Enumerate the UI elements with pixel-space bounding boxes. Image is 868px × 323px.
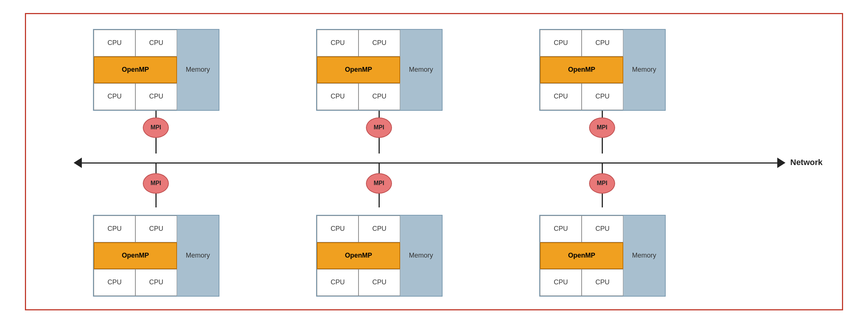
cpu-tr-4: CPU [135,216,177,242]
cpu-br-6: CPU [582,269,623,296]
openmp-4: OpenMP [94,242,177,269]
openmp-5: OpenMP [317,242,400,269]
mpi-bot-right: MPI [589,173,615,194]
cpu-bl-5: CPU [317,269,359,296]
cpu-bl-3: CPU [540,83,582,110]
mpi-bot-left: MPI [143,173,169,194]
network-arrow-right [777,158,785,168]
cpu-br-4: CPU [135,269,177,296]
cpu-tl-6: CPU [540,216,582,242]
memory-4: Memory [177,216,219,296]
cpu-tr-5: CPU [359,216,400,242]
cpu-tl-4: CPU [94,216,135,242]
memory-1: Memory [177,30,219,110]
node-bot-right: CPU CPU OpenMP Memory CPU CPU [539,215,666,297]
openmp-6: OpenMP [540,242,623,269]
cpu-tl-3: CPU [540,30,582,56]
cpu-tl-5: CPU [317,216,359,242]
mpi-bot-mid: MPI [366,173,392,194]
node-top-left: CPU CPU OpenMP Memory CPU CPU [93,29,219,111]
cpu-br-1: CPU [135,83,177,110]
node-bot-mid: CPU CPU OpenMP Memory CPU CPU [316,215,443,297]
network-label: Network [790,158,823,167]
cpu-bl-1: CPU [94,83,135,110]
cpu-br-3: CPU [582,83,623,110]
cpu-tl-1: CPU [94,30,135,56]
openmp-1: OpenMP [94,56,177,83]
diagram-inner: CPU CPU OpenMP Memory CPU CPU CPU CPU Op… [26,14,842,309]
openmp-2: OpenMP [317,56,400,83]
cpu-bl-2: CPU [317,83,359,110]
cpu-bl-4: CPU [94,269,135,296]
mpi-top-right: MPI [589,117,615,138]
cpu-bl-6: CPU [540,269,582,296]
mpi-top-left: MPI [143,117,169,138]
cpu-tl-2: CPU [317,30,359,56]
memory-5: Memory [400,216,442,296]
cpu-tr-1: CPU [135,30,177,56]
memory-3: Memory [623,30,665,110]
openmp-3: OpenMP [540,56,623,83]
cpu-br-2: CPU [359,83,400,110]
cpu-tr-2: CPU [359,30,400,56]
network-line [82,162,777,164]
node-bot-left: CPU CPU OpenMP Memory CPU CPU [93,215,219,297]
node-top-mid: CPU CPU OpenMP Memory CPU CPU [316,29,443,111]
node-top-right: CPU CPU OpenMP Memory CPU CPU [539,29,666,111]
cpu-tr-3: CPU [582,30,623,56]
mpi-top-mid: MPI [366,117,392,138]
memory-6: Memory [623,216,665,296]
cpu-tr-6: CPU [582,216,623,242]
cpu-br-5: CPU [359,269,400,296]
diagram-container: CPU CPU OpenMP Memory CPU CPU CPU CPU Op… [25,13,843,310]
network-arrow-left [74,158,82,168]
memory-2: Memory [400,30,442,110]
